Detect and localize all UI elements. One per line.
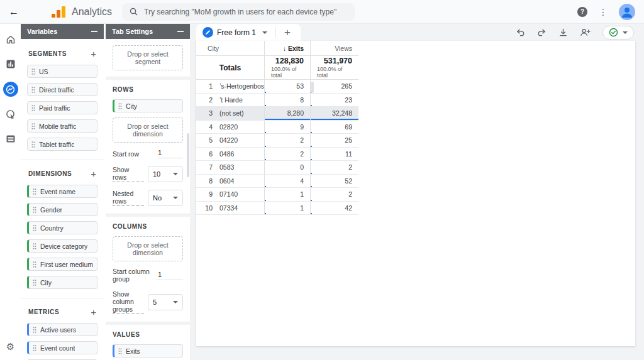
drag-handle-icon [31, 141, 35, 148]
cell-bar [311, 132, 312, 133]
value-metric-chip-label: Exits [126, 347, 140, 355]
drag-handle-icon [33, 280, 36, 286]
dimension-chip[interactable]: First user medium [27, 258, 97, 271]
totals-row: Totals 128,830 100.0% of total 531,970 1… [196, 56, 358, 80]
column-header-views[interactable]: Views [310, 41, 358, 56]
redo-icon[interactable] [537, 28, 547, 37]
divider [106, 322, 190, 325]
totals-views: 531,970 100.0% of total [310, 56, 358, 79]
show-rows-select[interactable]: 10 [148, 166, 183, 182]
drag-handle-icon [33, 327, 36, 333]
nav-reports-icon[interactable] [4, 57, 18, 71]
segment-chip-label: Mobile traffic [39, 123, 76, 130]
metric-chip[interactable]: Event count [27, 341, 97, 354]
search-input[interactable]: Try searching "MoM growth in users for e… [122, 3, 355, 21]
nav-library-icon[interactable] [4, 132, 18, 146]
product-name: Analytics [72, 6, 112, 18]
table-row[interactable]: 9 07140 1 2 [196, 188, 358, 202]
row-city: ’s-Hertogenbosch [219, 82, 264, 90]
tab-settings-title: Tab Settings [112, 28, 153, 35]
start-row-input[interactable]: 1 [157, 149, 183, 158]
collapse-variables-icon[interactable] [91, 31, 97, 32]
analytics-logo-icon[interactable] [52, 6, 65, 18]
settings-gear-icon[interactable]: ⚙ [0, 341, 21, 352]
segment-drop-zone[interactable]: Drop or select segment [113, 45, 183, 70]
undo-icon[interactable] [516, 28, 525, 37]
metric-chip[interactable]: Active users [27, 323, 97, 336]
table-row[interactable]: 8 0604 4 52 [196, 175, 358, 188]
back-icon[interactable]: ← [6, 6, 21, 18]
drag-handle-icon [31, 123, 35, 129]
dimension-chip[interactable]: Event name [27, 185, 97, 198]
dimension-chip[interactable]: Device category [27, 239, 97, 253]
table-row[interactable]: 2 ’t Harde 8 23 [196, 94, 358, 107]
dimension-chip[interactable]: Country [27, 221, 97, 234]
values-chip-list: Exits Views [113, 344, 183, 360]
dimension-chip[interactable]: City [27, 276, 97, 289]
row-city: ’t Harde [219, 96, 243, 104]
show-rows-label: Show rows [113, 166, 144, 182]
row-city: 04220 [219, 136, 238, 144]
column-header-exits[interactable]: ↓ Exits [264, 41, 310, 56]
collapse-tab-settings-icon[interactable] [177, 31, 184, 32]
chevron-down-icon[interactable] [262, 31, 267, 34]
segments-title: SEGMENTS [28, 50, 67, 57]
dimension-chip-label: First user medium [40, 261, 93, 268]
table-row[interactable]: 1 ’s-Hertogenbosch 53 265 [196, 80, 358, 94]
drag-handle-icon [31, 87, 35, 93]
dimension-chip[interactable]: Gender [27, 203, 97, 216]
nav-explore-icon[interactable] [3, 82, 18, 97]
table-header-row: City ↓ Exits Views [196, 41, 358, 56]
toolbar [516, 26, 644, 40]
columns-drop-zone[interactable]: Drop or select dimension [113, 236, 183, 261]
divider [21, 298, 104, 298]
avatar[interactable] [619, 4, 635, 20]
views-cell: 32,248 [310, 107, 358, 120]
help-icon[interactable]: ? [577, 7, 587, 17]
add-metric-icon[interactable]: + [91, 307, 96, 317]
cell-bar [311, 186, 312, 187]
table-row[interactable]: 5 04220 2 25 [196, 134, 358, 148]
add-segment-icon[interactable]: + [91, 49, 96, 58]
segment-chip[interactable]: Mobile traffic [27, 119, 97, 133]
segment-chip[interactable]: US [27, 65, 97, 78]
nav-home-icon[interactable] [4, 33, 18, 46]
apps-grid-icon[interactable] [557, 8, 566, 16]
tab-free-form-1[interactable]: Free form 1 [196, 27, 274, 38]
table-row[interactable]: 10 07334 1 42 [196, 202, 358, 215]
share-user-icon[interactable] [580, 28, 591, 37]
views-cell: 2 [310, 188, 358, 201]
more-vert-icon[interactable]: ⋮ [599, 7, 608, 17]
rows-dimension-chip[interactable]: City [113, 99, 183, 112]
segment-chip[interactable]: Tablet traffic [27, 138, 97, 151]
column-header-city[interactable]: City [196, 45, 264, 52]
cell-bar [265, 213, 266, 214]
add-tab-button[interactable]: + [277, 26, 298, 39]
segment-chip[interactable]: Paid traffic [27, 101, 97, 114]
cell-bar [265, 146, 266, 147]
value-metric-chip[interactable]: Exits [113, 344, 183, 357]
nested-rows-select[interactable]: No [148, 190, 183, 206]
dimension-chip-label: Country [40, 224, 64, 232]
validation-status-button[interactable] [602, 26, 634, 40]
download-icon[interactable] [558, 28, 568, 37]
segment-chip[interactable]: Direct traffic [27, 83, 97, 96]
row-city: 0486 [219, 150, 234, 158]
start-column-group-input[interactable]: 1 [157, 271, 183, 280]
rows-drop-zone[interactable]: Drop or select dimension [113, 117, 183, 143]
nav-advertising-icon[interactable] [4, 107, 18, 121]
cell-bar [265, 200, 266, 201]
cell-bar [311, 119, 358, 120]
add-dimension-icon[interactable]: + [91, 169, 96, 178]
table-row[interactable]: 4 02820 9 69 [196, 121, 358, 134]
table-row[interactable]: 6 0486 2 11 [196, 148, 358, 161]
search-icon [130, 8, 138, 16]
panel-scrollbar[interactable] [187, 133, 189, 177]
exits-cell: 4 [264, 175, 310, 188]
totals-exits: 128,830 100.0% of total [264, 56, 310, 79]
table-scrollbar-thumb[interactable] [311, 82, 314, 93]
table-row[interactable]: 7 0583 0 2 [196, 161, 358, 175]
show-column-groups-select[interactable]: 5 [148, 294, 183, 310]
table-row[interactable]: 3 (not set) 8,280 32,248 [196, 107, 358, 121]
chevron-down-icon [173, 301, 178, 303]
